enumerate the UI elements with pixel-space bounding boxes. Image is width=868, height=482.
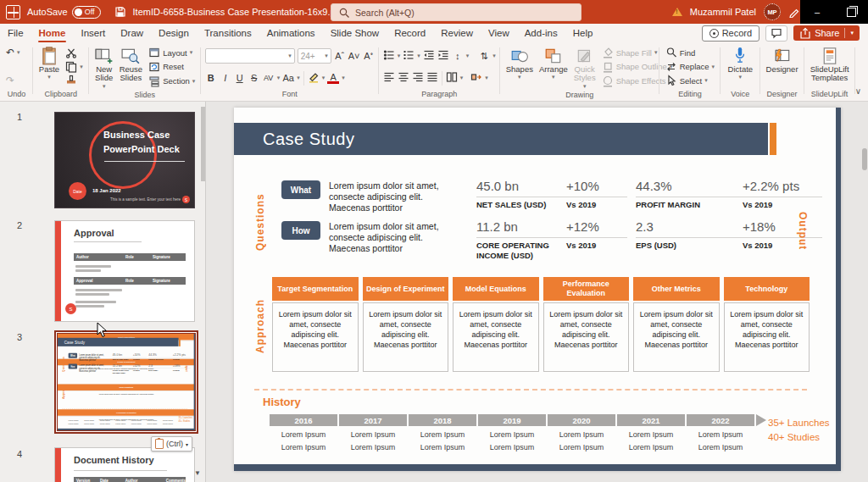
find-button[interactable]: Find [664,47,716,58]
tab-review[interactable]: Review [433,24,481,42]
designer-button[interactable]: Designer [765,45,800,89]
question-row[interactable]: HowLorem ipsum dolor sit amet, consecte … [281,221,458,254]
line-spacing-button[interactable]: ↕ [452,51,464,61]
redo-button[interactable]: ↷ [4,75,29,86]
metric-value: 45.0 bn [113,352,134,357]
comments-button[interactable] [765,25,787,42]
powerpoint-app-icon[interactable] [6,5,20,19]
autosave-toggle[interactable]: Off [72,6,101,19]
arrange-button[interactable]: Arrange▾ [537,45,570,90]
reuse-slides-button[interactable]: Reuse Slides [118,45,144,90]
tab-slide-show[interactable]: Slide Show [323,24,387,42]
history-cell: Lorem Ipsum [548,443,615,452]
approach-box[interactable]: Performance EvaluationLorem ipsum dolor … [543,277,630,372]
tab-record[interactable]: Record [387,24,433,42]
character-spacing-button[interactable]: A︎V [263,74,275,82]
warning-icon[interactable] [672,8,682,16]
select-button[interactable]: Select▾ [664,75,716,86]
decrease-indent-button[interactable] [423,49,435,63]
increase-indent-button[interactable] [437,49,449,63]
date-value: 18 Jan 2022 [92,188,121,193]
metric-cell: 11.2 bnCORE OPERATING INCOME (USD) [476,219,570,261]
align-center-button[interactable] [398,71,409,85]
italic-button[interactable]: I [220,73,231,83]
approach-box[interactable]: Target SegmentationLorem ipsum dolor sit… [272,277,359,372]
thumbnail-scroll-down-icon[interactable]: ▼ [194,469,201,477]
tab-draw[interactable]: Draw [113,24,151,42]
bold-button[interactable]: B [205,73,217,83]
replace-button[interactable]: Replace▾ [664,61,716,73]
slide-thumbnail-2[interactable]: Approval Author Role Signature Approval … [54,220,195,322]
tab-file[interactable]: File [0,24,31,42]
change-case-button[interactable]: Aa [282,73,294,83]
tab-view[interactable]: View [481,24,517,42]
paste-button[interactable]: Paste ▾ [37,45,61,89]
dictate-button[interactable]: Dictate▾ [726,45,755,89]
document-title[interactable]: ItemID-6658-Business Case Presentation-1… [133,7,348,17]
search-input[interactable]: Search (Alt+Q) [331,3,581,21]
tab-transitions[interactable]: Transitions [197,24,259,42]
slide-editing-area[interactable]: Case Study Questions WhatLorem ipsum dol… [58,334,195,430]
record-button[interactable]: Record [702,25,760,42]
slide-thumbnail-1[interactable]: Business Case PowerPoint Deck Date 18 Ja… [54,112,195,208]
reset-button[interactable]: Reset [147,61,197,73]
underline-button[interactable]: U [234,73,246,83]
grow-font-button[interactable]: Aˆ [334,51,346,61]
slide-editing-area[interactable]: Case Study Questions WhatLorem ipsum dol… [234,108,841,471]
question-row[interactable]: WhatLorem ipsum dolor sit amet, consecte… [281,180,458,213]
text-highlight-button[interactable] [308,71,320,85]
minimize-button[interactable]: – [800,0,834,24]
slide-canvas[interactable]: Case Study Questions WhatLorem ipsum dol… [206,102,868,482]
smartart-button[interactable] [470,71,482,85]
approach-box[interactable]: Design of ExperimentLorem ipsum dolor si… [363,277,449,372]
ink-pen-icon[interactable] [788,6,800,18]
tab-animations[interactable]: Animations [259,24,323,42]
strikethrough-button[interactable]: S [248,73,260,83]
shrink-font-button[interactable]: A˅ [348,51,360,61]
justify-button[interactable] [426,71,438,85]
avatar[interactable]: MP [764,3,781,20]
paste-options-button[interactable]: (Ctrl) ▾ [151,436,192,452]
new-slide-button[interactable]: New Slide▾ [93,45,115,90]
approach-box[interactable]: Model EquationsLorem ipsum dolor sit ame… [453,277,539,372]
share-button[interactable]: Share ▾ [793,25,860,41]
shapes-button[interactable]: Shapes▾ [504,45,535,90]
collapse-ribbon-icon[interactable]: ∨ [855,86,861,96]
slideuplift-templates-button[interactable]: SlideUpLift Templates [809,45,851,89]
tab-home[interactable]: Home [31,24,74,42]
text-direction-button[interactable]: ⇅ [478,51,490,62]
align-left-button[interactable] [383,71,395,85]
tab-help[interactable]: Help [565,24,601,42]
approach-box[interactable]: TechnologyLorem ipsum dolor sit amet, co… [724,277,810,372]
approach-box[interactable]: Other MetricsLorem ipsum dolor sit amet,… [633,277,720,372]
numbering-button[interactable] [403,49,415,63]
copy-button[interactable]: ▾ [64,61,85,73]
slide-title-banner[interactable]: Case Study [234,123,768,155]
autosave-control[interactable]: AutoSave Off [27,6,101,19]
user-name[interactable]: Muzammil Patel [690,7,756,17]
slide-thumbnail-3-selected[interactable]: Case Study Questions WhatLorem ipsum dol… [54,330,198,434]
undo-button[interactable]: ↶▾ [4,47,29,58]
share-dropdown-caret-icon[interactable]: ▾ [850,30,854,36]
restore-button[interactable] [834,0,868,24]
slide-thumbnail-4[interactable]: Document History Version Date Author Com… [54,447,195,482]
columns-button[interactable] [446,71,458,85]
layout-button[interactable]: Layout▾ [147,47,197,58]
bullets-button[interactable] [383,49,395,63]
tab-add-ins[interactable]: Add-ins [517,24,565,42]
cut-button[interactable] [64,47,85,58]
clear-formatting-button[interactable]: A𝆴 [363,51,375,62]
quick-styles-button[interactable]: Quick Styles▾ [572,45,598,90]
tab-design[interactable]: Design [151,24,197,42]
font-color-button[interactable]: A [327,73,339,84]
format-painter-button[interactable] [64,75,85,86]
section-button[interactable]: Section▾ [147,75,197,87]
tab-insert[interactable]: Insert [73,24,113,42]
canvas-scrollbar[interactable] [862,148,867,170]
align-right-button[interactable] [412,71,424,85]
save-icon[interactable] [114,6,126,18]
thumbnail-scrollbar[interactable] [201,107,205,181]
font-name-combo[interactable]: ▾ [205,48,295,64]
slide-title-banner: Case Study [58,338,179,346]
font-size-combo[interactable]: 24+▾ [298,48,331,64]
